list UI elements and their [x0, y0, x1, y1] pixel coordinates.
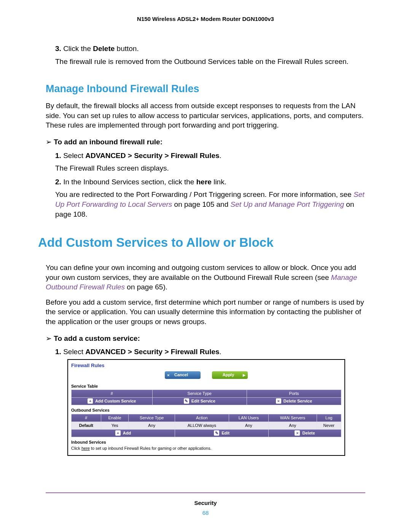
step-text: Select ADVANCED > Security > Firewall Ru… [63, 152, 221, 160]
link-port-triggering[interactable]: Set Up and Manage Port Triggering [231, 200, 344, 208]
custom-para-1: You can define your own incoming and out… [46, 263, 365, 292]
col-action: Action [175, 414, 229, 422]
inbound-here-link[interactable]: here [81, 446, 90, 451]
col-enable: Enable [101, 414, 129, 422]
pencil-icon: ✎ [214, 430, 219, 436]
edit-service-button[interactable]: ✎ Edit Service [152, 398, 247, 405]
col-hash: # [72, 390, 153, 398]
procedure-heading-inbound: To add an inbound firewall rule: [46, 137, 365, 147]
footer-page-number: 68 [0, 509, 411, 517]
procedure-heading-custom: To add a custom service: [46, 334, 365, 343]
inbound-title: Inbound Services [71, 439, 341, 445]
cancel-button[interactable]: × Cancel [165, 371, 201, 379]
page-footer: Security 68 [0, 492, 411, 517]
step-3: 3. Click the Delete button. The firewall… [55, 44, 365, 66]
delete-button[interactable]: × Delete [269, 429, 341, 437]
service-table: # Service Type Ports + Add Custom Servic… [71, 390, 341, 405]
edit-button[interactable]: ✎ Edit [175, 429, 269, 437]
step-number: 3. [55, 45, 61, 53]
close-icon: × [167, 372, 169, 378]
fig-title: Firewall Rules [71, 362, 341, 369]
plus-icon: + [88, 398, 93, 404]
step-number: 1. [55, 152, 61, 160]
service-table-title: Service Table [71, 383, 341, 389]
step-text: Select ADVANCED > Security > Firewall Ru… [63, 348, 221, 356]
step-result: You are redirected to the Port Forwardin… [55, 190, 365, 219]
col-service-type: Service Type [129, 414, 175, 422]
table-row: Default Yes Any ALLOW always Any Any Nev… [72, 422, 341, 429]
col-log: Log [317, 414, 341, 422]
add-button[interactable]: + Add [72, 429, 175, 437]
col-service-type: Service Type [152, 390, 247, 398]
heading-manage-inbound: Manage Inbound Firewall Rules [46, 82, 365, 96]
inbound-note: Click here to set up inbound Firewall Ru… [71, 446, 341, 451]
inbound-step-1: 1. Select ADVANCED > Security > Firewall… [55, 151, 365, 173]
custom-step-1: 1. Select ADVANCED > Security > Firewall… [55, 347, 365, 357]
x-icon: × [276, 398, 281, 404]
inbound-step-2: 2. In the Inbound Services section, clic… [55, 177, 365, 219]
col-ports: Ports [247, 390, 341, 398]
firewall-rules-screenshot: Firewall Rules × Cancel Apply ▶ Service … [67, 359, 345, 456]
footer-rule [46, 492, 365, 493]
col-wan-servers: WAN Servers [269, 414, 317, 422]
col-lan-users: LAN Users [229, 414, 269, 422]
delete-service-button[interactable]: × Delete Service [247, 398, 341, 405]
apply-button[interactable]: Apply ▶ [212, 371, 248, 379]
outbound-table: # Enable Service Type Action LAN Users W… [71, 414, 341, 437]
inbound-intro: By default, the firewall blocks all acce… [46, 101, 365, 130]
step-result: The firewall rule is removed from the Ou… [55, 57, 365, 67]
step-number: 1. [55, 348, 61, 356]
x-icon: × [295, 430, 300, 436]
plus-icon: + [115, 430, 121, 436]
document-header: N150 Wireless ADSL2+ Modem Router DGN100… [46, 15, 365, 23]
heading-add-custom: Add Custom Services to Allow or Block [38, 234, 365, 251]
step-text: In the Inbound Services section, click t… [63, 178, 226, 186]
footer-section: Security [0, 499, 411, 507]
custom-para-2: Before you add a custom service, first d… [46, 297, 365, 327]
step-number: 2. [55, 178, 61, 186]
step-text: Click the Delete button. [63, 45, 139, 53]
col-hash: # [72, 414, 101, 422]
apply-arrow-icon: ▶ [243, 373, 245, 377]
step-result: The Firewall Rules screen displays. [55, 163, 365, 173]
add-custom-service-button[interactable]: + Add Custom Service [72, 398, 153, 405]
pencil-icon: ✎ [184, 398, 189, 404]
outbound-title: Outbound Services [71, 407, 341, 413]
